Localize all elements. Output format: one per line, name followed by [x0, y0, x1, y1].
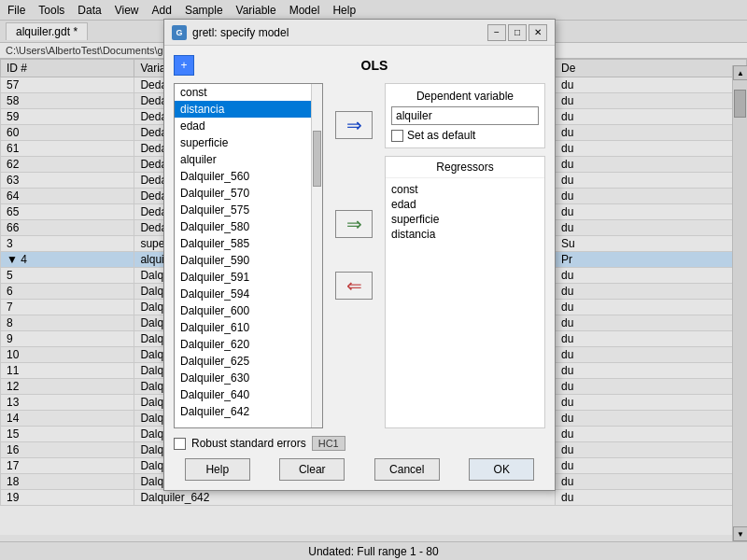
help-button[interactable]: Help — [185, 458, 250, 481]
var-list-scrollbar[interactable] — [311, 84, 322, 427]
minimize-button[interactable]: − — [487, 24, 506, 41]
regressor-item[interactable]: const — [391, 182, 539, 197]
clear-button[interactable]: Clear — [279, 458, 345, 481]
variable-list-box[interactable]: constdistanciaedadsuperficiealquilerDalq… — [174, 83, 323, 428]
regressors-section: Regressors constedadsuperficiedistancia — [385, 156, 545, 428]
close-button[interactable]: ✕ — [529, 24, 547, 41]
set-default-checkbox[interactable] — [391, 130, 403, 142]
main-window: FileToolsDataViewAddSampleVariableModelH… — [0, 0, 747, 560]
left-arrow-red-icon: ⇐ — [346, 274, 362, 297]
variable-list-item[interactable]: Dalquiler_625 — [175, 353, 322, 370]
variable-list-item[interactable]: Dalquiler_594 — [175, 286, 322, 302]
dep-var-arrow-button[interactable]: ⇒ — [335, 111, 373, 139]
variable-list-item[interactable]: Dalquiler_600 — [175, 302, 322, 319]
dependent-variable-input[interactable] — [391, 106, 539, 125]
modal-content: + OLS constdistanciaedadsuperficiealquil… — [164, 46, 555, 490]
regressors-list[interactable]: constedadsuperficiedistancia — [386, 178, 544, 427]
variable-list-item[interactable]: Dalquiler_590 — [175, 252, 322, 269]
variable-list-item[interactable]: alquiler — [175, 151, 322, 168]
variable-list-item[interactable]: Dalquiler_575 — [175, 202, 322, 218]
variable-list-item[interactable]: Dalquiler_585 — [175, 235, 322, 252]
set-default-label: Set as default — [407, 129, 475, 142]
variable-list-item[interactable]: Dalquiler_620 — [175, 336, 322, 353]
modal-buttons: Help Clear Cancel OK — [174, 458, 545, 481]
dependent-variable-section: Dependent variable Set as default — [385, 83, 545, 148]
variable-list-item[interactable]: distancia — [175, 101, 322, 118]
regressor-item[interactable]: distancia — [391, 227, 539, 242]
cancel-button[interactable]: Cancel — [374, 458, 440, 481]
modal-app-icon: G — [172, 25, 187, 40]
model-name-label: OLS — [204, 58, 545, 73]
modal-main-area: constdistanciaedadsuperficiealquilerDalq… — [174, 83, 545, 428]
hc1-badge: HC1 — [312, 436, 345, 451]
add-regressor-button[interactable]: ⇒ — [335, 210, 373, 238]
variable-list-item[interactable]: Dalquiler_560 — [175, 168, 322, 185]
modal-titlebar-left: G gretl: specify model — [172, 25, 289, 40]
model-type-button[interactable]: + — [174, 55, 194, 76]
variable-list-item[interactable]: Dalquiler_640 — [175, 386, 322, 403]
set-default-row: Set as default — [391, 129, 539, 142]
right-arrow-green-icon: ⇒ — [346, 213, 362, 235]
right-arrow-blue-icon: ⇒ — [346, 114, 362, 136]
arrows-panel: ⇒ ⇒ ⇐ — [331, 83, 377, 428]
variable-list-item[interactable]: Dalquiler_642 — [175, 403, 322, 420]
modal-controls: − □ ✕ — [487, 24, 547, 41]
variable-list-item[interactable]: const — [175, 84, 322, 101]
modal-header: + OLS — [174, 55, 545, 76]
modal-titlebar: G gretl: specify model − □ ✕ — [164, 20, 555, 46]
robust-row: Robust standard errors HC1 — [174, 436, 545, 451]
robust-errors-checkbox[interactable] — [174, 438, 186, 450]
robust-errors-label: Robust standard errors — [191, 437, 306, 450]
variable-list-panel: constdistanciaedadsuperficiealquilerDalq… — [174, 83, 323, 428]
variable-list-item[interactable]: Dalquiler_610 — [175, 319, 322, 336]
variable-list-item[interactable]: edad — [175, 118, 322, 134]
remove-regressor-button[interactable]: ⇐ — [335, 272, 373, 300]
regressor-item[interactable]: edad — [391, 197, 539, 212]
modal-bottom: Robust standard errors HC1 Help Clear Ca… — [174, 436, 545, 481]
right-panel: Dependent variable Set as default Regres… — [385, 83, 545, 428]
variable-list-item[interactable]: Dalquiler_570 — [175, 185, 322, 202]
variable-list-item[interactable]: Dalquiler_630 — [175, 370, 322, 386]
variable-list-item[interactable]: Dalquiler_580 — [175, 218, 322, 235]
regressors-label: Regressors — [386, 157, 544, 178]
modal-dialog: G gretl: specify model − □ ✕ + OLS — [163, 19, 556, 491]
dependent-variable-label: Dependent variable — [391, 90, 539, 103]
variable-list-item[interactable]: Dalquiler_591 — [175, 269, 322, 286]
maximize-button[interactable]: □ — [508, 24, 527, 41]
regressor-item[interactable]: superficie — [391, 212, 539, 227]
ok-button[interactable]: OK — [469, 458, 534, 481]
modal-title: gretl: specify model — [192, 26, 289, 39]
variable-list-item[interactable]: superficie — [175, 134, 322, 151]
